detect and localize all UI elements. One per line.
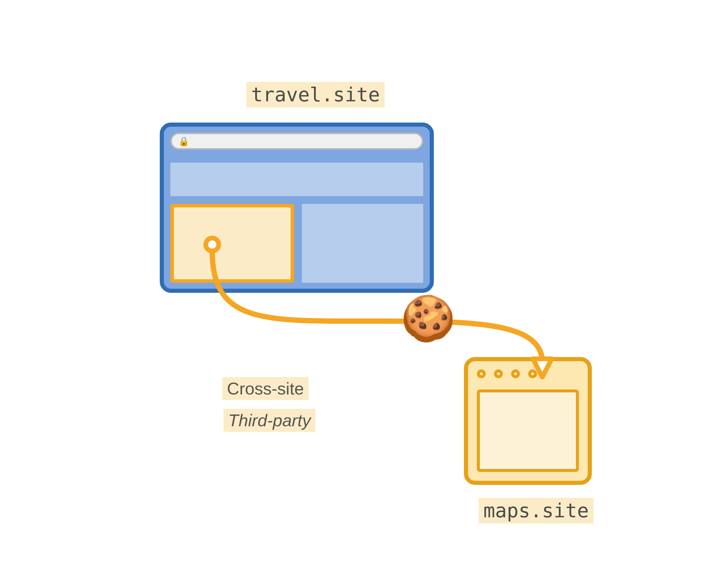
browser-window: 🔒	[160, 123, 434, 293]
window-dot	[511, 370, 520, 378]
window-dot	[528, 370, 537, 378]
diagram-stage: travel.site 🔒 maps.site Cross-site Third…	[0, 0, 728, 588]
address-bar: 🔒	[170, 132, 423, 150]
embedded-iframe	[170, 204, 294, 283]
target-content-area	[477, 390, 579, 472]
target-site-window	[464, 357, 592, 485]
label-cross-site: Cross-site	[222, 377, 309, 400]
browser-side-panel	[302, 204, 423, 283]
window-dot	[494, 370, 503, 378]
label-third-party: Third-party	[223, 409, 316, 432]
window-dot	[477, 370, 486, 378]
label-travel-site: travel.site	[246, 82, 385, 107]
window-dots	[477, 370, 537, 378]
lock-icon: 🔒	[178, 136, 189, 146]
label-maps-site: maps.site	[479, 498, 593, 524]
browser-header-panel	[170, 163, 423, 196]
cookie-icon: 🍪	[401, 296, 456, 340]
